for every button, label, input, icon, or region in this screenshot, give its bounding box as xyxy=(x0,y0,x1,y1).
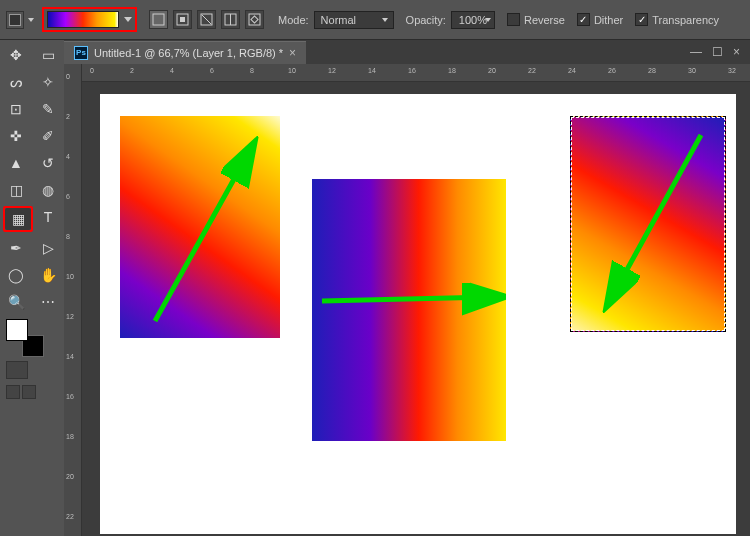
dither-label: Dither xyxy=(594,14,623,26)
ruler-tick: 6 xyxy=(210,67,214,74)
svg-line-10 xyxy=(322,297,492,301)
ruler-canvas-wrap: 0246810121416182022 02468101214161820222… xyxy=(64,64,750,536)
bucket-tool[interactable]: ◍ xyxy=(35,179,61,201)
ruler-tick: 14 xyxy=(368,67,376,74)
window-controls: — ☐ × xyxy=(690,45,750,59)
ruler-tick: 16 xyxy=(66,393,74,400)
checkbox-icon: ✓ xyxy=(577,13,590,26)
opacity-group: Opacity: 100% xyxy=(406,11,495,29)
minimize-button[interactable]: — xyxy=(690,45,702,59)
foreground-background-swatch[interactable] xyxy=(6,319,44,357)
mode-label: Mode: xyxy=(278,14,309,26)
path-select-tool[interactable]: ▷ xyxy=(35,237,61,259)
transparency-label: Transparency xyxy=(652,14,719,26)
close-button[interactable]: × xyxy=(733,45,740,59)
quickmask-toggle[interactable] xyxy=(6,361,28,379)
tool-preset-picker[interactable] xyxy=(6,11,24,29)
edit-toolbar[interactable]: ⋯ xyxy=(35,291,61,313)
ruler-tick: 18 xyxy=(66,433,74,440)
ruler-tick: 10 xyxy=(288,67,296,74)
gradient-tool[interactable]: ▦ xyxy=(5,208,31,230)
ruler-tick: 0 xyxy=(90,67,94,74)
foreground-color[interactable] xyxy=(6,319,28,341)
reverse-label: Reverse xyxy=(524,14,565,26)
checkbox-icon xyxy=(507,13,520,26)
history-brush-tool[interactable]: ↺ xyxy=(35,152,61,174)
document-area: Ps Untitled-1 @ 66,7% (Layer 1, RGB/8) *… xyxy=(64,40,750,536)
mode-select[interactable]: Normal xyxy=(314,11,394,29)
healing-tool[interactable]: ✜ xyxy=(3,125,29,147)
gradient-picker-highlight xyxy=(42,7,137,32)
dither-checkbox[interactable]: ✓ Dither xyxy=(577,13,623,26)
move-tool[interactable]: ✥ xyxy=(3,44,29,66)
gradient-style-group xyxy=(149,10,264,29)
direction-arrow-icon xyxy=(571,117,727,333)
gradient-rect-1 xyxy=(120,116,280,338)
close-icon[interactable]: × xyxy=(289,46,296,60)
type-tool[interactable]: T xyxy=(35,206,61,228)
eyedropper-tool[interactable]: ✎ xyxy=(35,98,61,120)
hand-tool[interactable]: ✋ xyxy=(35,264,61,286)
pen-tool[interactable]: ✒ xyxy=(3,237,29,259)
gradient-rect-2 xyxy=(312,179,506,441)
magic-wand-tool[interactable]: ✧ xyxy=(35,71,61,93)
lasso-tool[interactable]: ᔕ xyxy=(3,71,29,93)
gradient-swatch[interactable] xyxy=(47,11,119,28)
gradient-style-angular[interactable] xyxy=(197,10,216,29)
document-title: Untitled-1 @ 66,7% (Layer 1, RGB/8) * xyxy=(94,47,283,59)
ruler-tick: 32 xyxy=(728,67,736,74)
ruler-tick: 4 xyxy=(170,67,174,74)
checkbox-icon: ✓ xyxy=(635,13,648,26)
ruler-horizontal: 02468101214161820222426283032 xyxy=(82,64,750,82)
gradient-rect-3-selected xyxy=(570,116,726,332)
svg-line-4 xyxy=(202,15,211,24)
ruler-tick: 30 xyxy=(688,67,696,74)
eraser-tool[interactable]: ◫ xyxy=(3,179,29,201)
tool-panel: ✥▭ ᔕ✧ ⊡✎ ✜✐ ▲↺ ◫◍ ▦ T ✒▷ ◯✋ 🔍⋯ xyxy=(0,40,64,536)
reverse-checkbox[interactable]: Reverse xyxy=(507,13,565,26)
ruler-tick: 22 xyxy=(528,67,536,74)
svg-line-11 xyxy=(613,135,701,295)
ruler-tick: 0 xyxy=(66,73,70,80)
ruler-tick: 6 xyxy=(66,193,70,200)
ruler-tick: 12 xyxy=(66,313,74,320)
workspace: ✥▭ ᔕ✧ ⊡✎ ✜✐ ▲↺ ◫◍ ▦ T ✒▷ ◯✋ 🔍⋯ Ps xyxy=(0,40,750,536)
ruler-tick: 20 xyxy=(488,67,496,74)
direction-arrow-icon xyxy=(312,179,506,441)
ruler-tick: 28 xyxy=(648,67,656,74)
marquee-tool[interactable]: ▭ xyxy=(35,44,61,66)
artboard xyxy=(100,94,736,534)
tool-preset-caret-icon[interactable] xyxy=(28,18,34,22)
ruler-tick: 4 xyxy=(66,153,70,160)
screen-mode-alt[interactable] xyxy=(22,385,36,399)
svg-rect-8 xyxy=(251,16,258,23)
document-tab-bar: Ps Untitled-1 @ 66,7% (Layer 1, RGB/8) *… xyxy=(64,40,750,64)
maximize-button[interactable]: ☐ xyxy=(712,45,723,59)
transparency-checkbox[interactable]: ✓ Transparency xyxy=(635,13,719,26)
ps-icon: Ps xyxy=(74,46,88,60)
crop-tool[interactable]: ⊡ xyxy=(3,98,29,120)
ruler-tick: 16 xyxy=(408,67,416,74)
gradient-picker-caret-icon[interactable] xyxy=(124,17,132,22)
opacity-input[interactable]: 100% xyxy=(451,11,495,29)
ruler-tick: 18 xyxy=(448,67,456,74)
opacity-label: Opacity: xyxy=(406,14,446,26)
zoom-tool[interactable]: 🔍 xyxy=(3,291,29,313)
ruler-tick: 8 xyxy=(250,67,254,74)
screen-mode-toggle[interactable] xyxy=(6,385,20,399)
gradient-style-diamond[interactable] xyxy=(245,10,264,29)
ruler-vertical: 0246810121416182022 xyxy=(64,64,82,536)
canvas[interactable] xyxy=(82,82,750,536)
gradient-style-linear[interactable] xyxy=(149,10,168,29)
options-bar: Mode: Normal Opacity: 100% Reverse ✓ Dit… xyxy=(0,0,750,40)
gradient-style-reflected[interactable] xyxy=(221,10,240,29)
shape-tool[interactable]: ◯ xyxy=(3,264,29,286)
mode-value: Normal xyxy=(321,14,356,26)
document-tab[interactable]: Ps Untitled-1 @ 66,7% (Layer 1, RGB/8) *… xyxy=(64,41,306,64)
brush-tool[interactable]: ✐ xyxy=(35,125,61,147)
gradient-style-radial[interactable] xyxy=(173,10,192,29)
stamp-tool[interactable]: ▲ xyxy=(3,152,29,174)
mode-group: Mode: Normal xyxy=(278,11,394,29)
ruler-tick: 20 xyxy=(66,473,74,480)
ruler-tick: 8 xyxy=(66,233,70,240)
